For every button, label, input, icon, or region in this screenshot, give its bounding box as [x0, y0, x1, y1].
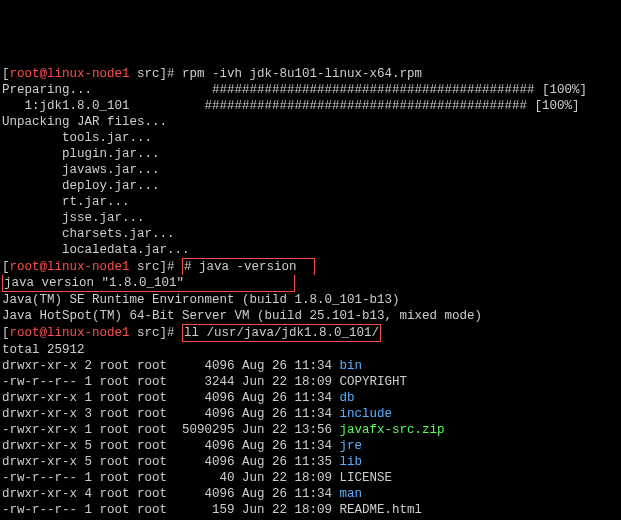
ls-row: -rw-r--r-- 1 root root 40 Jun 22 18:09 L… — [2, 470, 619, 486]
java-version-line: java version "1.8.0_101" — [2, 275, 619, 292]
ls-total: total 25912 — [2, 342, 619, 358]
unpacking: Unpacking JAR files... — [2, 114, 619, 130]
ls-filename: include — [340, 407, 393, 421]
shell-prompt: [root@linux-node1 src]# ll /usr/java/jdk… — [2, 324, 619, 342]
java-runtime: Java(TM) SE Runtime Environment (build 1… — [2, 292, 619, 308]
ls-row: drwxr-xr-x 5 root root 4096 Aug 26 11:35… — [2, 454, 619, 470]
jar-line: rt.jar... — [2, 194, 619, 210]
jar-line: charsets.jar... — [2, 226, 619, 242]
ls-row: drwxr-xr-x 3 root root 4096 Aug 26 11:34… — [2, 406, 619, 422]
jar-line: jsse.jar... — [2, 210, 619, 226]
rpm-preparing: Preparing... ###########################… — [2, 82, 619, 98]
ls-row: -rw-r--r-- 1 root root 159 Jun 22 18:09 … — [2, 502, 619, 518]
cmd-java-version: # java -version — [182, 258, 315, 275]
jar-line: javaws.jar... — [2, 162, 619, 178]
ls-filename: jre — [340, 439, 363, 453]
ls-filename: lib — [340, 455, 363, 469]
rpm-pkg: 1:jdk1.8.0_101 #########################… — [2, 98, 619, 114]
ls-row: drwxr-xr-x 4 root root 4096 Aug 26 11:34… — [2, 486, 619, 502]
jar-line: localedata.jar... — [2, 242, 619, 258]
cmd-rpm: rpm -ivh jdk-8u101-linux-x64.rpm — [182, 67, 422, 81]
jar-line: deploy.jar... — [2, 178, 619, 194]
ls-row: drwxr-xr-x 1 root root 4096 Aug 26 11:34… — [2, 390, 619, 406]
ls-row: drwxr-xr-x 5 root root 4096 Aug 26 11:34… — [2, 438, 619, 454]
ls-row: drwxr-xr-x 2 root root 4096 Aug 26 11:34… — [2, 358, 619, 374]
jar-line: tools.jar... — [2, 130, 619, 146]
ls-filename: bin — [340, 359, 363, 373]
ls-filename: man — [340, 487, 363, 501]
shell-prompt: [root@linux-node1 src]# rpm -ivh jdk-8u1… — [2, 66, 619, 82]
ls-filename: LICENSE — [340, 471, 393, 485]
ls-row: -rw-r--r-- 1 root root 3244 Jun 22 18:09… — [2, 374, 619, 390]
cmd-ll: ll /usr/java/jdk1.8.0_101/ — [182, 324, 381, 342]
terminal-output: [root@linux-node1 src]# rpm -ivh jdk-8u1… — [2, 66, 619, 520]
shell-prompt: [root@linux-node1 src]# # java -version — [2, 258, 619, 275]
ls-filename: README.html — [340, 503, 423, 517]
jar-line: plugin.jar... — [2, 146, 619, 162]
ls-filename: COPYRIGHT — [340, 375, 408, 389]
java-vm: Java HotSpot(TM) 64-Bit Server VM (build… — [2, 308, 619, 324]
ls-row: -rwxr-xr-x 1 root root 5090295 Jun 22 13… — [2, 422, 619, 438]
ls-filename: db — [340, 391, 355, 405]
ls-filename: javafx-src.zip — [340, 423, 445, 437]
